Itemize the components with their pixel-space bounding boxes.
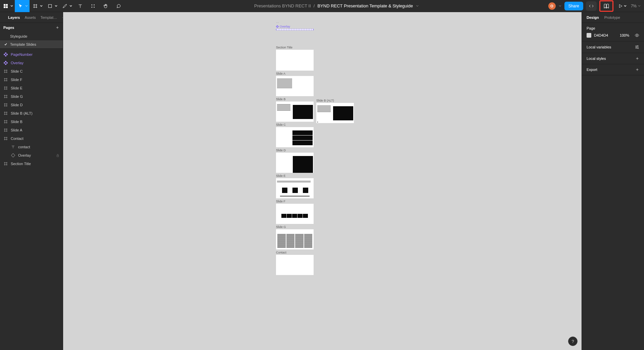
- frame-icon: [3, 69, 8, 73]
- tab-templates[interactable]: Templat…: [41, 15, 57, 20]
- chevron-down-icon: [638, 5, 641, 7]
- tab-prototype[interactable]: Prototype: [604, 15, 620, 20]
- chevron-down-icon: [25, 5, 28, 7]
- chevron-down-icon[interactable]: [558, 4, 562, 8]
- artboard-slide-g[interactable]: Section Title: [276, 229, 314, 249]
- plus-icon[interactable]: [635, 56, 639, 61]
- artboard-label-overlay[interactable]: Overlay: [276, 25, 314, 28]
- plus-icon[interactable]: [635, 68, 639, 72]
- tab-layers[interactable]: Layers: [8, 15, 20, 20]
- breadcrumb-location[interactable]: Presentations BYND RECT II: [254, 3, 311, 8]
- artboard-label[interactable]: Contact: [276, 251, 314, 254]
- layer-section-title[interactable]: Section Title: [0, 159, 63, 168]
- artboard-label-ellipsis[interactable]: …: [276, 20, 314, 24]
- eye-icon[interactable]: [635, 33, 639, 38]
- move-tool[interactable]: [15, 0, 30, 12]
- present-button[interactable]: [616, 0, 628, 12]
- check-icon: [4, 43, 7, 46]
- library-button[interactable]: [602, 0, 611, 12]
- layer-label: Section Title: [11, 162, 31, 166]
- page-item-template-slides[interactable]: Template Slides: [0, 40, 63, 48]
- layer-slide-d[interactable]: Slide D: [0, 101, 63, 109]
- left-panel-tabs: Layers Assets Templat…: [0, 12, 63, 23]
- layer-slide-g[interactable]: Slide G: [0, 92, 63, 101]
- svg-rect-22: [278, 26, 279, 27]
- bg-hex[interactable]: D4D4D4: [594, 33, 608, 37]
- dev-mode-button[interactable]: [586, 1, 597, 11]
- svg-point-24: [636, 35, 638, 36]
- layer-slide-e[interactable]: Slide E: [0, 84, 63, 92]
- comment-tool[interactable]: [112, 0, 125, 12]
- canvas[interactable]: … Overlay Section Title Section Header A…: [63, 12, 582, 350]
- left-panel: Layers Assets Templat… Pages Styleguide …: [0, 12, 63, 350]
- artboard-slide-f[interactable]: Section Title: [276, 204, 314, 224]
- plus-icon[interactable]: [55, 26, 59, 30]
- hand-tool[interactable]: [99, 0, 112, 12]
- zoom-control[interactable]: 7%: [631, 4, 641, 8]
- svg-rect-13: [5, 55, 7, 56]
- layer-pagenumber[interactable]: PageNumber: [0, 50, 63, 59]
- component-icon: [3, 61, 8, 65]
- artboard-contact[interactable]: CONTACT: [276, 255, 314, 275]
- artboard-slide-e[interactable]: Section Title: [276, 178, 314, 198]
- chevron-down-icon[interactable]: [416, 4, 419, 8]
- shape-tool[interactable]: [44, 0, 59, 12]
- layer-overlay-instance[interactable]: Overlay: [0, 151, 63, 159]
- frame-icon: [3, 162, 8, 166]
- layer-label: Slide B: [11, 120, 22, 124]
- artboard-section-title[interactable]: Section Header ASection Header BSection …: [276, 50, 314, 71]
- artboard-label[interactable]: Section Title: [276, 46, 314, 49]
- artboard-slide-b-alt[interactable]: Section Title: [316, 103, 354, 123]
- svg-rect-21: [276, 26, 277, 27]
- resources-tool[interactable]: [87, 0, 99, 12]
- pen-tool[interactable]: [59, 0, 74, 12]
- svg-rect-1: [6, 4, 8, 6]
- svg-rect-12: [6, 53, 8, 55]
- layer-label: Slide D: [11, 103, 22, 107]
- artboard-label[interactable]: Slide G: [276, 225, 314, 229]
- svg-point-27: [638, 48, 638, 48]
- layer-slide-c[interactable]: Slide C: [0, 67, 63, 75]
- layer-slide-a[interactable]: Slide A: [0, 126, 63, 134]
- layer-label: Overlay: [11, 61, 24, 65]
- artboard-label[interactable]: Slide B (ALT): [316, 99, 354, 102]
- text-icon: [11, 145, 15, 149]
- artboard-slide-a[interactable]: Section Title: [276, 76, 314, 96]
- document-title[interactable]: BYND RECT Presentation Template & Styleg…: [317, 3, 413, 8]
- artboard-slide-b[interactable]: Section Title: [276, 102, 314, 122]
- help-button[interactable]: ?: [568, 337, 578, 346]
- frame-icon: [3, 78, 8, 82]
- artboard-label[interactable]: Slide F: [276, 200, 314, 203]
- share-button[interactable]: Share: [564, 2, 583, 10]
- layer-contact[interactable]: Contact: [0, 134, 63, 143]
- artboard-label[interactable]: Slide D: [276, 149, 314, 152]
- artboard-slide-c[interactable]: Section Title Sub TitleSub TitleSub Titl…: [276, 127, 314, 147]
- layer-slide-f[interactable]: Slide F: [0, 75, 63, 84]
- layer-label: Slide C: [11, 69, 22, 73]
- tab-design[interactable]: Design: [587, 15, 599, 20]
- layer-overlay[interactable]: Overlay: [0, 59, 63, 67]
- artboard-slide-d[interactable]: Section Title: [276, 153, 314, 173]
- layer-slide-b-alt[interactable]: Slide B (ALT): [0, 109, 63, 117]
- user-avatar[interactable]: O: [548, 2, 556, 10]
- artboard-label[interactable]: Slide C: [276, 123, 314, 126]
- lock-icon: [56, 154, 59, 157]
- main-menu-button[interactable]: [0, 0, 15, 12]
- artboard-label[interactable]: Slide A: [276, 72, 314, 75]
- layer-slide-b[interactable]: Slide B: [0, 117, 63, 126]
- frame-icon: [3, 86, 8, 90]
- color-swatch[interactable]: [587, 33, 591, 38]
- overlay-component[interactable]: [276, 29, 314, 30]
- artboard-label[interactable]: Slide E: [276, 174, 314, 178]
- text-tool[interactable]: [74, 0, 87, 12]
- layer-contact-text[interactable]: contact: [0, 143, 63, 151]
- tab-assets[interactable]: Assets: [25, 15, 36, 20]
- frame-tool[interactable]: [30, 0, 44, 12]
- page-item-styleguide[interactable]: Styleguide: [0, 32, 63, 40]
- bg-opacity[interactable]: 100%: [620, 33, 629, 37]
- breadcrumb-separator: /: [314, 3, 315, 8]
- svg-rect-19: [57, 155, 59, 157]
- settings-icon[interactable]: [635, 45, 639, 49]
- artboard-label[interactable]: Slide B: [276, 98, 314, 101]
- layer-label: Slide F: [11, 78, 22, 82]
